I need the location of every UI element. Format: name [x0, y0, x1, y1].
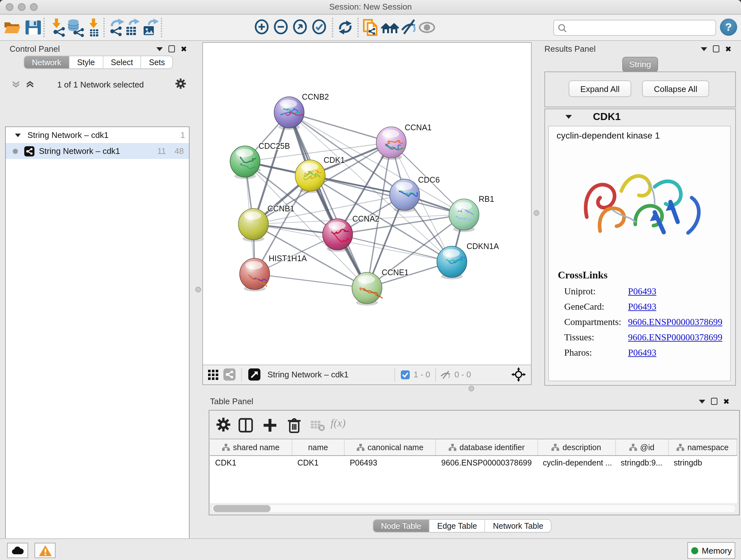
hidden-count: 0 - 0 — [455, 370, 471, 379]
table-gear-icon[interactable] — [216, 417, 232, 434]
network-node-rb1[interactable] — [449, 199, 479, 232]
table-row[interactable]: CDK1CDK1P064939606.ENSP00000378699cyclin… — [210, 456, 737, 472]
zoom-in-icon[interactable] — [253, 18, 272, 37]
network-node-ccna1[interactable] — [376, 127, 406, 160]
column-header-database-identifier[interactable]: database identifier — [436, 439, 538, 455]
window-title: Session: New Session — [0, 2, 741, 11]
delete-column-icon[interactable] — [286, 417, 303, 434]
split-columns-icon[interactable] — [238, 417, 254, 434]
tab-style[interactable]: Style — [70, 56, 104, 68]
network-options-gear-icon[interactable] — [175, 78, 186, 92]
open-file-icon[interactable] — [3, 18, 22, 37]
share-document-icon[interactable] — [361, 18, 381, 37]
column-header--id[interactable]: @id — [616, 439, 669, 455]
expand-all-button[interactable]: Expand All — [569, 80, 631, 97]
warning-button[interactable] — [35, 543, 56, 558]
bottom-splitter-handle[interactable] — [468, 386, 474, 391]
panel-float-icon[interactable] — [711, 398, 718, 405]
fit-selected-crosshair-icon[interactable] — [511, 367, 526, 384]
network-edge[interactable] — [289, 112, 391, 142]
sphere-gloss — [455, 202, 472, 210]
export-image-icon[interactable] — [141, 18, 160, 37]
tab-select[interactable]: Select — [103, 56, 141, 68]
tab-network-table[interactable]: Network Table — [485, 520, 551, 532]
crosslink-link[interactable]: P06493 — [628, 286, 657, 297]
grid-view-icon[interactable] — [208, 370, 218, 382]
crosslink-link[interactable]: 9606.ENSP00000378699 — [628, 332, 723, 343]
export-table-icon[interactable] — [123, 18, 142, 37]
collapse-all-tree-icon[interactable] — [11, 80, 20, 91]
network-row-selected[interactable]: String Network – cdk1 11 48 — [6, 143, 189, 159]
network-node-ccne1[interactable] — [352, 272, 383, 306]
panel-float-icon[interactable] — [713, 45, 719, 52]
selected-checkbox-icon[interactable] — [401, 370, 410, 382]
network-canvas[interactable]: CCNB2CCNA1CDC25BCDK1CDC6RB1CCNB1CCNA2CDK… — [203, 43, 531, 365]
network-node-hist1h1a[interactable] — [240, 258, 270, 292]
memory-button[interactable]: Memory — [687, 542, 735, 559]
crosslink-link[interactable]: 9606.ENSP00000378699 — [628, 317, 723, 327]
hide-glass-icon[interactable] — [400, 18, 419, 37]
string-home-icon[interactable] — [381, 18, 400, 37]
external-view-icon[interactable] — [248, 368, 260, 383]
column-header-shared-name[interactable]: shared name — [210, 439, 292, 455]
panel-menu-icon[interactable] — [699, 399, 705, 403]
column-header-description[interactable]: description — [538, 439, 616, 455]
panel-float-icon[interactable] — [169, 45, 175, 52]
crosslink-label: Tissues: — [564, 332, 628, 343]
help-icon[interactable]: ? — [720, 18, 737, 36]
panel-menu-icon[interactable] — [701, 47, 707, 51]
memory-label: Memory — [702, 546, 732, 555]
tab-sets[interactable]: Sets — [141, 56, 173, 68]
panel-close-icon[interactable]: ✖ — [723, 398, 730, 405]
add-column-icon[interactable] — [262, 417, 278, 434]
tab-string[interactable]: String — [622, 57, 658, 72]
network-view[interactable]: CCNB2CCNA1CDC25BCDK1CDC6RB1CCNB1CCNA2CDK… — [202, 42, 532, 385]
import-database-icon[interactable] — [66, 18, 85, 37]
tree-expand-icon[interactable] — [15, 133, 21, 137]
zoom-out-icon[interactable] — [272, 18, 291, 37]
collapse-all-button[interactable]: Collapse All — [642, 80, 709, 97]
search-input[interactable] — [553, 20, 716, 36]
toolbar-separator — [161, 18, 162, 37]
birds-eye-view-icon[interactable] — [223, 368, 235, 383]
hidden-eye-icon[interactable] — [441, 370, 451, 382]
show-glass-icon[interactable] — [417, 18, 436, 37]
import-network-icon[interactable] — [47, 18, 66, 37]
column-header-canonical-name[interactable]: canonical name — [345, 439, 436, 455]
column-header-namespace[interactable]: namespace — [669, 439, 737, 455]
network-collection-row[interactable]: String Network – cdk1 1 — [6, 127, 189, 143]
memory-status-icon — [691, 547, 698, 554]
network-node-cdc25b[interactable] — [230, 146, 260, 179]
apply-layout-icon[interactable] — [336, 18, 355, 37]
save-session-icon[interactable] — [23, 18, 43, 37]
network-node-cdk1[interactable] — [295, 160, 325, 193]
crosslink-link[interactable]: P06493 — [628, 348, 657, 358]
scrollbar-thumb[interactable] — [213, 505, 271, 512]
network-node-cdc6[interactable] — [390, 179, 420, 212]
entry-collapse-icon[interactable] — [565, 115, 572, 119]
panel-menu-icon[interactable] — [156, 47, 163, 51]
tab-network[interactable]: Network — [24, 56, 70, 68]
network-selection-status: 1 of 1 Network selected — [38, 80, 163, 89]
column-header-name[interactable]: name — [292, 439, 345, 455]
node-table[interactable]: shared namenamecanonical namedatabase id… — [210, 439, 737, 503]
crosslink-link[interactable]: P06493 — [628, 301, 657, 312]
results-entry-section: CDK1 cyclin-dependent kinase 1 — [544, 109, 736, 386]
right-splitter-handle[interactable] — [534, 210, 539, 216]
import-table-icon[interactable] — [84, 18, 104, 37]
network-edge[interactable] — [255, 274, 367, 288]
zoom-fit-icon[interactable] — [291, 18, 310, 37]
left-splitter-handle[interactable] — [195, 287, 201, 293]
horizontal-scrollbar[interactable] — [212, 505, 735, 512]
network-node-ccnb1[interactable] — [239, 208, 268, 242]
zoom-selected-icon[interactable] — [310, 18, 329, 37]
expand-all-tree-icon[interactable] — [25, 80, 35, 91]
cloud-icon — [11, 546, 24, 555]
panel-close-icon[interactable]: ✖ — [725, 46, 731, 52]
panel-close-icon[interactable]: ✖ — [181, 46, 187, 52]
cloud-button[interactable] — [7, 543, 28, 558]
network-node-cdkn1a[interactable] — [437, 246, 467, 279]
toolbar-separator — [332, 18, 333, 37]
tab-edge-table[interactable]: Edge Table — [429, 520, 485, 532]
tab-node-table[interactable]: Node Table — [374, 520, 429, 532]
